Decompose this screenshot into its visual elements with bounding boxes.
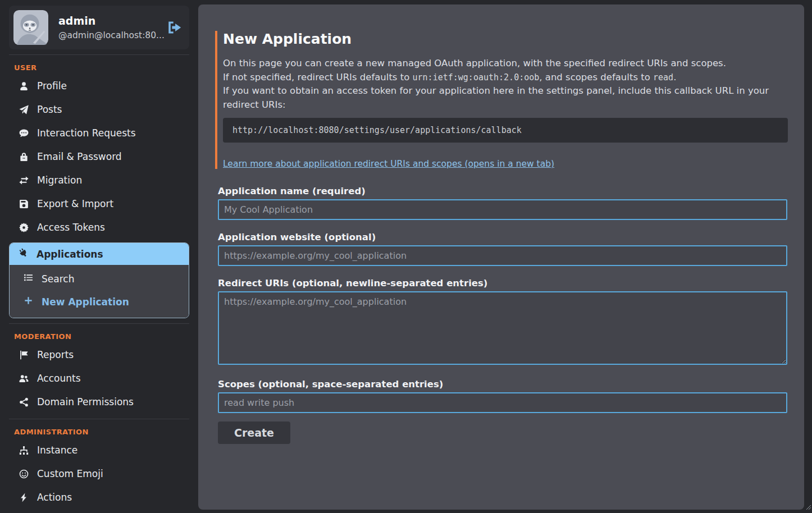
scopes-field-group: Scopes (optional, space-separated entrie… [218,379,787,413]
desc-line1: On this page you can create a new manage… [223,58,726,68]
sidebar-divider [9,54,189,55]
sign-out-icon [167,28,181,36]
desc-line2-mid: , and scopes defaults to [539,72,653,83]
scopes-input[interactable] [218,392,787,413]
desc-line2-pre: If not specified, redirect URIs defaults… [223,72,413,83]
sidebar-item-label: Accounts [37,373,81,384]
sidebar-divider [9,419,189,419]
sidebar-item-label: Access Tokens [37,222,105,233]
sidebar-item-custom-emoji[interactable]: Custom Emoji [9,462,189,485]
sloth-avatar [13,10,48,45]
redirect-uris-label: Redirect URIs (optional, newline-separat… [218,278,787,288]
list-icon [24,273,33,285]
application-website-label: Application website (optional) [218,232,787,242]
sidebar-item-label: New Application [42,296,129,308]
desc-line2-post: . [673,72,676,83]
comment-icon [19,128,29,138]
paper-plane-icon [19,104,29,114]
plug-icon [19,248,28,260]
sidebar-item-label: Export & Import [37,198,113,209]
info-section: New Application On this page you can cre… [215,31,782,169]
sidebar-item-instance[interactable]: Instance [9,438,189,462]
sidebar-item-profile[interactable]: Profile [9,74,189,98]
sidebar-item-label: Actions [37,492,72,503]
sidebar-item-label: Search [42,273,74,285]
sign-out-button[interactable] [167,20,181,35]
new-application-form: Application name (required) Application … [218,186,787,444]
plus-icon [24,296,33,308]
sidebar-item-label: Reports [37,349,74,360]
exchange-arrows-icon [19,175,29,185]
sidebar-item-applications-search[interactable]: Search [10,267,189,290]
smiley-icon [19,469,29,479]
sidebar-item-actions[interactable]: Actions [9,485,189,509]
moderation-nav: Reports Accounts Domain Permissions [9,343,189,414]
sidebar-item-label: Interaction Requests [37,127,136,139]
sidebar-divider [9,323,189,324]
applications-block: Applications Search New Application [9,242,189,318]
sidebar-item-access-tokens[interactable]: Access Tokens [9,216,189,239]
learn-more-link[interactable]: Learn more about application redirect UR… [223,159,554,169]
sidebar-item-label: Profile [37,80,67,91]
application-name-input[interactable] [218,199,787,220]
new-application-panel: New Application On this page you can cre… [198,4,804,510]
description: On this page you can create a new manage… [223,57,782,112]
inline-code-read: read [653,72,673,83]
section-header-administration: ADMINISTRATION [14,428,189,436]
resize-grip-icon [806,505,811,510]
user-card[interactable]: admin @admin@localhost:80... [9,6,189,49]
bolt-icon [19,492,29,502]
user-meta: admin @admin@localhost:80... [58,15,165,40]
user-name: admin [58,15,165,27]
sidebar-item-applications[interactable]: Applications [10,243,189,265]
desc-line3: If you want to obtain an access token fo… [223,85,769,110]
sidebar-item-label: Email & Password [37,151,122,162]
user-handle: @admin@localhost:80... [58,30,165,40]
flag-icon [19,350,29,360]
users-icon [19,373,29,383]
application-website-input[interactable] [218,245,787,266]
floppy-disk-icon [19,199,29,209]
page-title: New Application [223,31,782,47]
redirect-uris-textarea[interactable] [218,291,787,365]
sidebar-item-posts[interactable]: Posts [9,98,189,121]
sidebar-item-accounts[interactable]: Accounts [9,367,189,390]
sidebar-item-migration[interactable]: Migration [9,168,189,192]
sidebar-item-export-import[interactable]: Export & Import [9,192,189,216]
scopes-label: Scopes (optional, space-separated entrie… [218,379,787,390]
user-icon [19,81,29,91]
sidebar-item-interaction-requests[interactable]: Interaction Requests [9,121,189,145]
settings-sidebar: admin @admin@localhost:80... USER Profil… [0,0,198,513]
application-name-field-group: Application name (required) [218,186,787,220]
lock-icon [19,152,29,162]
sidebar-item-label: Posts [37,104,62,115]
application-name-label: Application name (required) [218,186,787,196]
sidebar-item-label: Migration [37,175,82,186]
application-website-field-group: Application website (optional) [218,232,787,266]
share-nodes-icon [19,397,29,407]
certificate-icon [19,222,29,232]
section-header-user: USER [14,63,189,72]
sidebar-item-label: Instance [37,445,77,456]
create-button[interactable]: Create [218,422,290,444]
sidebar-item-label: Domain Permissions [37,396,134,407]
sitemap-icon [19,445,29,455]
user-nav: Profile Posts Interaction Requests Email… [9,74,189,239]
sidebar-item-reports[interactable]: Reports [9,343,189,367]
sidebar-item-label: Custom Emoji [37,468,103,479]
inline-code-oob: urn:ietf:wg:oauth:2.0:oob [413,72,540,83]
sidebar-item-domain-permissions[interactable]: Domain Permissions [9,390,189,414]
administration-nav: Instance Custom Emoji Actions [9,438,189,509]
sidebar-item-email-password[interactable]: Email & Password [9,145,189,168]
sidebar-item-label: Applications [37,249,103,260]
section-header-moderation: MODERATION [14,332,189,341]
callback-url-code-block: http://localhost:8080/settings/user/appl… [223,118,788,143]
redirect-uris-field-group: Redirect URIs (optional, newline-separat… [218,278,787,367]
applications-submenu: Search New Application [10,265,189,318]
sidebar-item-applications-new[interactable]: New Application [10,290,189,313]
